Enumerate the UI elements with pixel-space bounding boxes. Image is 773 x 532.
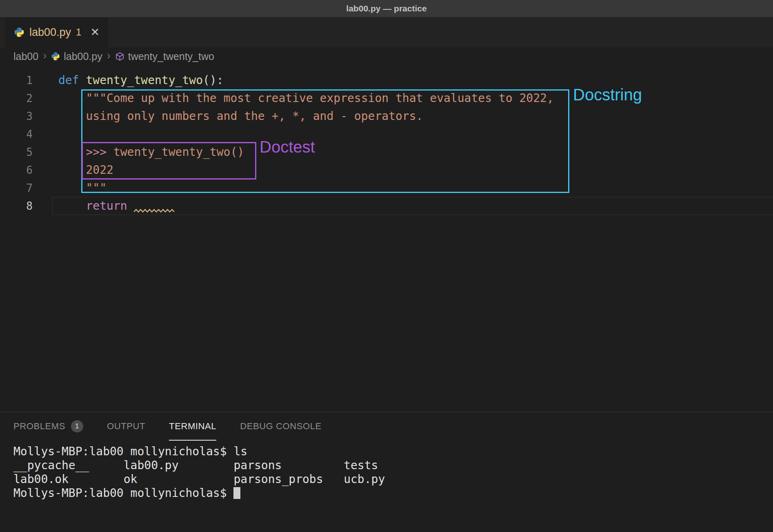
line-number: 1 <box>0 71 33 89</box>
code-line-3[interactable]: 3 using only numbers and the +, *, and -… <box>0 107 773 125</box>
terminal[interactable]: Mollys-MBP:lab00 mollynicholas$ ls__pyca… <box>13 445 773 500</box>
panel-tab-debug-console[interactable]: DEBUG CONSOLE <box>240 412 322 441</box>
breadcrumb-item-file[interactable]: lab00.py <box>64 51 102 62</box>
terminal-line: Mollys-MBP:lab00 mollynicholas$ <box>13 486 773 500</box>
code-text: def twenty_twenty_two(): <box>33 71 224 89</box>
code-line-4[interactable]: 4 <box>0 125 773 143</box>
panel-tab-output[interactable]: OUTPUT <box>107 412 145 441</box>
terminal-line: lab00.ok ok parsons_probs ucb.py <box>13 472 773 486</box>
panel-tab-bar: PROBLEMS1OUTPUTTERMINALDEBUG CONSOLE <box>0 412 773 441</box>
code-text: 2022 <box>33 161 113 179</box>
line-number: 3 <box>0 107 33 125</box>
terminal-cursor[interactable] <box>233 487 240 499</box>
tab-problems-count: 1 <box>76 27 81 38</box>
code-line-6[interactable]: 6 2022 <box>0 161 773 179</box>
breadcrumb: lab00 › lab00.py › twenty_twenty_two <box>0 47 773 65</box>
panel-tab-label: DEBUG CONSOLE <box>240 421 322 432</box>
chevron-right-icon: › <box>42 49 47 64</box>
line-number: 6 <box>0 161 33 179</box>
blank-answer-squiggle <box>134 197 175 215</box>
code-text: return <box>33 197 175 215</box>
python-icon <box>51 52 60 61</box>
line-number: 5 <box>0 143 33 161</box>
tab-label: lab00.py <box>29 26 71 39</box>
code-line-8[interactable]: 8 return <box>0 197 773 215</box>
panel-tab-problems[interactable]: PROBLEMS1 <box>13 412 83 441</box>
panel-tab-label: PROBLEMS <box>13 421 65 432</box>
code-text <box>33 125 58 143</box>
window-title: lab00.py — practice <box>346 4 426 13</box>
code-line-2[interactable]: 2 """Come up with the most creative expr… <box>0 89 773 107</box>
editor-lines: 1def twenty_twenty_two():2 """Come up wi… <box>0 71 773 215</box>
terminal-line: __pycache__ lab00.py parsons tests <box>13 459 773 472</box>
symbol-cube-icon <box>115 52 124 61</box>
tab-lab00py[interactable]: lab00.py 1 ✕ <box>5 17 109 47</box>
code-line-7[interactable]: 7 """ <box>0 179 773 197</box>
terminal-line: Mollys-MBP:lab00 mollynicholas$ ls <box>13 445 773 459</box>
close-icon[interactable]: ✕ <box>90 27 100 38</box>
breadcrumb-item-folder[interactable]: lab00 <box>13 51 38 62</box>
bottom-panel: PROBLEMS1OUTPUTTERMINALDEBUG CONSOLE Mol… <box>0 412 773 532</box>
code-text: """Come up with the most creative expres… <box>33 89 554 107</box>
code-editor[interactable]: 1def twenty_twenty_two():2 """Come up wi… <box>0 65 773 412</box>
chevron-right-icon: › <box>106 49 111 64</box>
code-text: """ <box>33 179 107 197</box>
panel-tab-label: OUTPUT <box>107 421 145 432</box>
code-text: using only numbers and the +, *, and - o… <box>33 107 423 125</box>
line-number: 4 <box>0 125 33 143</box>
window-titlebar: lab00.py — practice <box>0 0 773 17</box>
code-line-5[interactable]: 5 >>> twenty_twenty_two() <box>0 143 773 161</box>
breadcrumb-item-symbol[interactable]: twenty_twenty_two <box>128 51 214 62</box>
line-number: 8 <box>0 197 33 215</box>
tab-bar: lab00.py 1 ✕ <box>0 17 773 47</box>
code-text: >>> twenty_twenty_two() <box>33 143 244 161</box>
warning-squiggle-icon <box>134 208 175 213</box>
problems-count-badge: 1 <box>71 420 83 432</box>
panel-tab-terminal[interactable]: TERMINAL <box>169 412 216 441</box>
line-number: 7 <box>0 179 33 197</box>
panel-tab-label: TERMINAL <box>169 421 216 432</box>
line-number: 2 <box>0 89 33 107</box>
code-line-1[interactable]: 1def twenty_twenty_two(): <box>0 71 773 89</box>
python-icon <box>14 27 24 38</box>
